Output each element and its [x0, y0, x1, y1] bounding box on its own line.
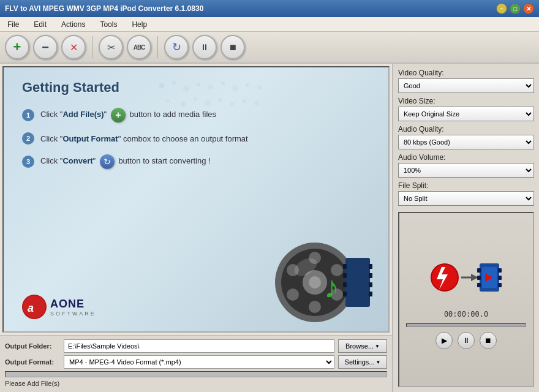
- svg-rect-32: [343, 292, 347, 296]
- audio-quality-label: Audio Quality:: [398, 125, 534, 134]
- svg-rect-47: [477, 283, 481, 287]
- svg-rect-31: [343, 282, 347, 287]
- menu-bar: File Edit Actions Tools Help: [0, 17, 539, 32]
- menu-file[interactable]: File: [2, 19, 24, 30]
- output-format-label: Output Format:: [5, 358, 60, 366]
- settings-dropdown-icon: ▼: [376, 360, 381, 365]
- svg-rect-30: [343, 273, 347, 278]
- svg-rect-36: [369, 292, 372, 296]
- svg-text:a: a: [28, 302, 34, 314]
- svg-point-22: [309, 301, 321, 313]
- browse-dropdown-icon: ▼: [375, 344, 380, 349]
- svg-rect-28: [345, 258, 370, 307]
- preview-panel: 00:00:00.0 ▶ ⏸ ⏹: [398, 212, 534, 387]
- toolbar: + − ✕ ✂ ABC ↻ ⏸ ⏹: [0, 32, 539, 64]
- svg-point-13: [218, 98, 222, 102]
- video-quality-select[interactable]: Good Better Best Normal: [398, 78, 534, 93]
- progress-bar-container: [5, 371, 387, 377]
- output-format-row: Output Format: MP4 - MPEG-4 Video Format…: [5, 355, 387, 369]
- svg-point-11: [194, 97, 197, 101]
- step-3-bold: Convert: [62, 156, 92, 165]
- menu-edit[interactable]: Edit: [29, 19, 51, 30]
- rename-button[interactable]: ABC: [127, 35, 151, 59]
- svg-point-3: [197, 83, 200, 86]
- svg-text:♪: ♪: [324, 270, 339, 304]
- svg-rect-34: [369, 273, 372, 278]
- aone-logo: a AONE SOFTWARE: [22, 295, 96, 319]
- file-split-select[interactable]: No Split By Size By Time: [398, 191, 534, 206]
- svg-rect-35: [369, 282, 372, 287]
- file-split-section: File Split: No Split By Size By Time: [398, 181, 534, 206]
- aone-sub: SOFTWARE: [50, 311, 96, 317]
- svg-rect-50: [498, 283, 502, 287]
- clear-button[interactable]: ✕: [61, 35, 86, 59]
- step-1-icon: +: [111, 108, 126, 123]
- svg-point-20: [309, 276, 321, 288]
- getting-started-panel: Getting Started 1 Click "Add File(s)" + …: [2, 66, 390, 333]
- film-reel-graphic: ♪: [266, 227, 376, 325]
- svg-point-6: [232, 85, 238, 91]
- step-3-number: 3: [22, 156, 34, 168]
- menu-actions[interactable]: Actions: [56, 19, 90, 30]
- output-folder-label: Output Folder:: [5, 342, 60, 350]
- status-bar: Please Add File(s): [5, 379, 387, 388]
- convert-button[interactable]: ↻: [164, 35, 189, 59]
- aone-icon: a: [22, 295, 47, 319]
- title-bar-buttons: – □ ✕: [496, 3, 534, 14]
- svg-rect-48: [498, 268, 502, 273]
- audio-volume-section: Audio Volume: 100% 80% 60% 120%: [398, 153, 534, 178]
- svg-rect-49: [498, 276, 502, 280]
- close-button[interactable]: ✕: [523, 3, 534, 14]
- menu-help[interactable]: Help: [127, 19, 152, 30]
- svg-point-1: [172, 81, 176, 85]
- preview-pause-button[interactable]: ⏸: [458, 332, 475, 349]
- preview-stop-button[interactable]: ⏹: [480, 332, 497, 349]
- svg-rect-46: [477, 276, 481, 280]
- svg-point-14: [230, 102, 235, 107]
- step-3-icon: ↻: [100, 154, 115, 169]
- audio-quality-select[interactable]: 80 kbps (Good) 128 kbps (Better) 192 kbp…: [398, 135, 534, 149]
- svg-point-0: [159, 83, 164, 88]
- step-2-text: Click "Output Format" combox to choose a…: [40, 134, 248, 143]
- bottom-controls: Output Folder: Browse... ▼ Output Format…: [0, 335, 392, 392]
- svg-rect-29: [343, 264, 347, 269]
- remove-button[interactable]: −: [33, 35, 58, 59]
- left-panel: Getting Started 1 Click "Add File(s)" + …: [0, 64, 392, 392]
- bg-decoration: [156, 80, 278, 129]
- file-split-label: File Split:: [398, 181, 534, 190]
- video-size-section: Video Size: Keep Original Size 320x240 6…: [398, 97, 534, 121]
- output-folder-input[interactable]: [64, 339, 334, 353]
- cut-button[interactable]: ✂: [99, 35, 123, 59]
- maximize-button[interactable]: □: [510, 3, 521, 14]
- svg-point-9: [166, 99, 170, 103]
- minimize-button[interactable]: –: [496, 3, 507, 14]
- preview-seekbar[interactable]: [406, 323, 526, 327]
- step-2-bold: Output Format: [62, 134, 118, 143]
- svg-point-10: [181, 102, 186, 107]
- video-size-select[interactable]: Keep Original Size 320x240 640x480 1280x…: [398, 107, 534, 121]
- settings-button[interactable]: Settings... ▼: [338, 355, 387, 369]
- title-bar: FLV to AVI MPEG WMV 3GP MP4 iPod Convert…: [0, 0, 539, 17]
- preview-play-button[interactable]: ▶: [435, 332, 453, 349]
- audio-quality-section: Audio Quality: 80 kbps (Good) 128 kbps (…: [398, 125, 534, 149]
- svg-point-16: [254, 100, 259, 105]
- browse-button[interactable]: Browse... ▼: [338, 339, 387, 353]
- preview-controls: ▶ ⏸ ⏹: [435, 332, 497, 349]
- add-file-button[interactable]: +: [5, 35, 29, 59]
- svg-rect-33: [369, 264, 372, 269]
- preview-image: [429, 250, 503, 305]
- step-3: 3 Click "Convert" ↻ button to start conv…: [22, 154, 370, 169]
- output-format-select[interactable]: MP4 - MPEG-4 Video Format (*.mp4) AVI - …: [64, 355, 334, 369]
- pause-button[interactable]: ⏸: [192, 35, 217, 59]
- audio-volume-select[interactable]: 100% 80% 60% 120%: [398, 163, 534, 178]
- aone-brand: AONE: [50, 298, 96, 311]
- aone-text-group: AONE SOFTWARE: [50, 298, 96, 317]
- svg-point-15: [243, 99, 246, 103]
- svg-point-5: [221, 81, 225, 85]
- svg-point-2: [183, 86, 189, 92]
- svg-point-12: [205, 100, 211, 106]
- video-size-label: Video Size:: [398, 97, 534, 105]
- stop-button[interactable]: ⏹: [221, 35, 245, 59]
- menu-tools[interactable]: Tools: [95, 19, 122, 30]
- app-title: FLV to AVI MPEG WMV 3GP MP4 iPod Convert…: [5, 4, 203, 13]
